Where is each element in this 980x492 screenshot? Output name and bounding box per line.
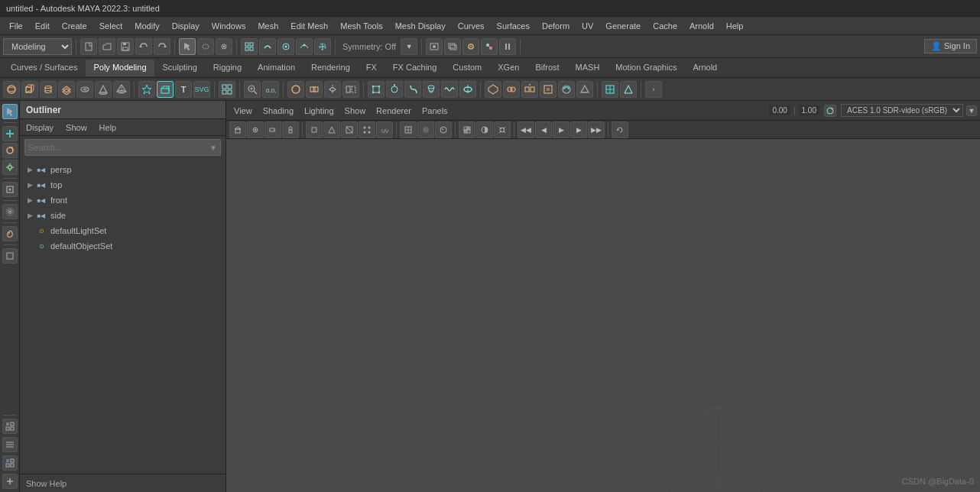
tab-mash[interactable]: MASH [568,60,608,76]
uv-editor-btn[interactable] [602,81,618,98]
create-sphere-btn[interactable] [3,81,20,98]
snap-to-surface-btn[interactable] [296,38,313,55]
snap-to-point-btn[interactable] [277,38,294,55]
move-tool-btn[interactable] [2,126,18,141]
vp-menu-show[interactable]: Show [340,105,371,117]
lattice-btn[interactable] [368,81,385,98]
menu-edit-mesh[interactable]: Edit Mesh [284,20,334,32]
menu-file[interactable]: File [3,20,29,32]
snap-to-grid-btn[interactable] [241,38,258,55]
vp-render-btn[interactable] [247,121,264,138]
open-scene-btn[interactable] [99,38,115,55]
show-manipulator-btn[interactable] [2,182,18,197]
redo-btn[interactable] [154,38,170,55]
rotate-tool-btn[interactable] [2,143,18,158]
menu-uv[interactable]: UV [576,20,599,32]
vp-prev-btn[interactable]: ◀ [535,121,552,138]
vp-menu-renderer[interactable]: Renderer [372,105,416,117]
menu-curves[interactable]: Curves [452,20,491,32]
tab-rigging[interactable]: Rigging [206,60,249,76]
outliner-display-menu[interactable]: Display [23,121,57,134]
vp-color-mode-btn[interactable] [824,105,836,117]
menu-cache[interactable]: Cache [647,20,683,32]
vp-cam-attrib-btn[interactable] [282,121,299,138]
tab-animation[interactable]: Animation [250,60,303,76]
snap-extra-btn[interactable] [314,38,331,55]
vp-prev-frame-btn[interactable]: ◀◀ [518,121,534,138]
menu-create[interactable]: Create [56,20,93,32]
vp-sel-uvmap-btn[interactable]: UV [376,121,393,138]
reduce-btn[interactable] [576,81,593,98]
lasso-select-btn[interactable] [197,38,214,55]
separate-btn[interactable] [521,81,538,98]
create-cylinder-btn[interactable] [40,81,57,98]
menu-windows[interactable]: Windows [206,20,252,32]
vp-shade-smooth-btn[interactable] [417,121,434,138]
create-cone-btn[interactable] [95,81,112,98]
outliner-help-menu[interactable]: Help [96,121,120,134]
tab-fx[interactable]: FX [359,60,385,76]
vp-shade-flat-btn[interactable] [435,121,452,138]
menu-mesh[interactable]: Mesh [251,20,284,32]
grid-layout-btn[interactable] [2,419,18,434]
viewport-canvas[interactable]: .grid-line { stroke: #555; stroke-width:… [226,139,980,492]
unfold-btn[interactable] [620,81,637,98]
vp-menu-view[interactable]: View [229,105,257,117]
boolean-btn[interactable] [306,81,323,98]
tab-motion-graphics[interactable]: Motion Graphics [608,60,684,76]
menu-arnold[interactable]: Arnold [683,20,720,32]
vp-loop-btn[interactable] [612,121,628,138]
uv-grid-btn[interactable] [219,81,235,98]
menu-select[interactable]: Select [93,20,129,32]
menu-modify[interactable]: Modify [128,20,165,32]
mirror-btn[interactable] [324,81,341,98]
xyz-origin-btn[interactable]: 0,0,0 [262,81,279,98]
vp-shade-wire-btn[interactable] [400,121,417,138]
tree-item-default-light-set[interactable]: ⊙ defaultLightSet [20,223,226,238]
squash-btn[interactable] [459,81,476,98]
save-scene-btn[interactable] [117,38,134,55]
vp-next-btn[interactable]: ▶ [570,121,587,138]
menu-edit[interactable]: Edit [29,20,56,32]
sign-in-btn[interactable]: 👤 Sign In [924,39,977,53]
list-layout-btn[interactable] [2,437,18,452]
symmetry-dropdown-btn[interactable]: ▼ [401,38,417,55]
vp-play-btn[interactable]: ▶ [553,121,570,138]
combine-btn[interactable] [503,81,520,98]
tab-arnold[interactable]: Arnold [685,60,725,76]
menu-surfaces[interactable]: Surfaces [491,20,536,32]
quad-layout-btn[interactable] [2,455,18,471]
vp-isolate-btn[interactable] [494,121,511,138]
tab-curves-surfaces[interactable]: Curves / Surfaces [3,60,85,76]
vp-sel-edge-btn[interactable] [341,121,358,138]
snap-to-curve-btn[interactable] [259,38,276,55]
create-star-btn[interactable] [138,81,155,98]
svg-tool-btn[interactable]: SVG [193,81,210,98]
menu-help[interactable]: Help [720,20,750,32]
paint-weights-btn[interactable] [2,226,18,241]
hypershade-btn[interactable] [481,38,498,55]
vp-sel-object-btn[interactable] [306,121,323,138]
color-space-dropdown[interactable]: ACES 1.0 SDR-video (sRGB) [841,104,963,117]
undo-btn[interactable] [135,38,152,55]
new-scene-btn[interactable] [80,38,97,55]
extra-tool-btn[interactable] [2,248,18,264]
vp-next-frame-btn[interactable]: ▶▶ [588,121,605,138]
create-prism-btn[interactable] [113,81,130,98]
text-tool-btn[interactable]: T [175,81,192,98]
tab-fx-caching[interactable]: FX Caching [385,60,444,76]
vp-camera-home-btn[interactable] [229,121,246,138]
vp-exposure-btn[interactable] [476,121,493,138]
menu-mesh-display[interactable]: Mesh Display [389,20,452,32]
tab-xgen[interactable]: XGen [490,60,527,76]
vp-sel-face-btn[interactable] [323,121,340,138]
tab-bifrost[interactable]: Bifrost [527,60,566,76]
create-cube-btn[interactable] [21,81,38,98]
tree-item-persp[interactable]: ▶ ■◀ persp [20,162,226,177]
select-mode-btn[interactable] [2,104,18,119]
poly-extrude-btn[interactable] [157,81,174,98]
render-view-btn[interactable] [426,38,443,55]
extract-btn[interactable] [540,81,557,98]
menu-display[interactable]: Display [166,20,206,32]
tab-poly-modeling[interactable]: Poly Modeling [86,60,154,76]
